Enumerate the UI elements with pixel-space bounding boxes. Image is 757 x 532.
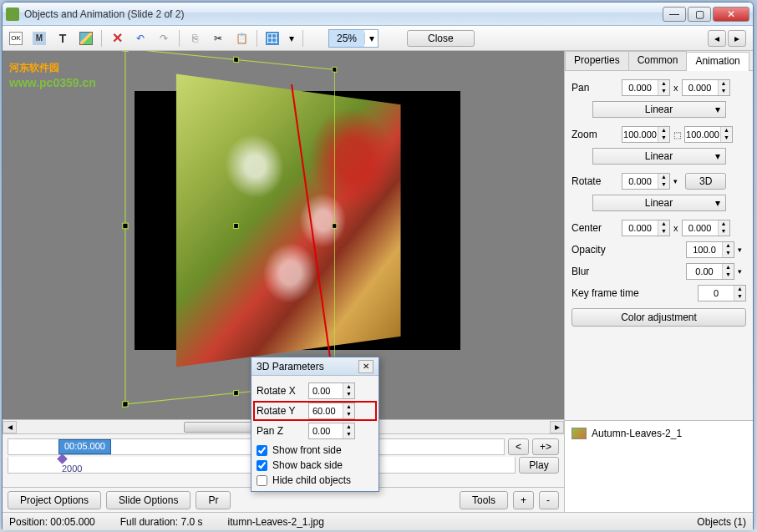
color-adjustment-button[interactable]: Color adjustment (572, 308, 746, 327)
zoom-x-input[interactable]: ▲▼ (622, 126, 670, 143)
object-list[interactable]: Autumn-Leaves-2_1 (565, 420, 753, 512)
cut-button[interactable]: ✂ (208, 28, 228, 48)
tool-ok-button[interactable]: OK (6, 28, 26, 48)
show-front-checkbox[interactable] (257, 445, 267, 456)
delete-button[interactable]: ✕ (107, 28, 127, 48)
zoom-easing-dropdown[interactable]: Linear (592, 148, 726, 165)
project-options-button[interactable]: Project Options (8, 491, 101, 509)
titlebar[interactable]: Objects and Animation (Slide 2 of 2) — ▢… (3, 3, 753, 26)
separator (302, 30, 303, 47)
play-button[interactable]: Play (519, 457, 559, 474)
panel-tabs: Properties Common Animation (565, 51, 753, 71)
tool-text-button[interactable]: T (53, 28, 73, 48)
status-duration: Full duration: 7.0 s (120, 516, 203, 528)
maximize-button[interactable]: ▢ (688, 7, 711, 22)
pan-x-input[interactable]: ▲▼ (622, 79, 670, 96)
center-y-input[interactable]: ▲▼ (682, 220, 730, 236)
pan-z-label: Pan Z (257, 425, 305, 437)
rotate-y-input[interactable]: ▲▼ (308, 403, 355, 419)
duration-label: 2000 (62, 464, 82, 474)
prev-slide-button[interactable]: ◂ (708, 30, 726, 47)
window-close-button[interactable]: ✕ (713, 7, 749, 22)
separator (257, 30, 257, 47)
zoom-dropdown[interactable]: ▾ (364, 33, 378, 44)
tab-animation[interactable]: Animation (686, 52, 749, 71)
tools-button[interactable]: Tools (460, 491, 508, 509)
next-slide-button[interactable]: ▸ (728, 30, 746, 47)
timeline-cursor[interactable] (57, 453, 68, 464)
opacity-label: Opacity (572, 244, 618, 256)
next-keyframe-button[interactable]: +> (532, 438, 559, 455)
zoom-y-input[interactable]: ▲▼ (684, 126, 733, 143)
3d-parameters-dialog[interactable]: 3D Parameters ✕ Rotate X ▲▼ Rotate Y ▲▼ … (251, 357, 379, 492)
zoom-label: Zoom (572, 129, 618, 140)
rotate-input[interactable]: ▲▼ (622, 173, 670, 190)
properties-panel: Properties Common Animation Pan ▲▼ x ▲▼ … (565, 51, 753, 512)
object-name: Autumn-Leaves-2_1 (592, 428, 682, 439)
zoom-control[interactable]: ▾ (328, 29, 378, 48)
pan-easing-dropdown[interactable]: Linear (592, 101, 726, 118)
show-back-checkbox[interactable] (257, 460, 267, 471)
show-front-label: Show front side (272, 444, 342, 456)
statusbar: Position: 00:05.000 Full duration: 7.0 s… (3, 512, 753, 530)
object-thumbnail-icon (572, 428, 587, 439)
keyframe-time-label: Key frame time (572, 287, 648, 299)
rotate-easing-dropdown[interactable]: Linear (592, 195, 726, 211)
dialog-close-button[interactable]: ✕ (358, 360, 373, 373)
pan-z-input[interactable]: ▲▼ (308, 423, 355, 439)
scroll-left-button[interactable]: ◂ (3, 421, 17, 433)
paste-button[interactable]: 📋 (231, 28, 251, 48)
status-objects: Objects (1) (697, 516, 746, 528)
status-file: itumn-Leaves-2_1.jpg (227, 516, 323, 528)
tab-properties[interactable]: Properties (565, 51, 629, 70)
scroll-right-button[interactable]: ▸ (550, 421, 564, 433)
minimize-button[interactable]: — (663, 7, 686, 22)
pan-label: Pan (572, 82, 618, 94)
toolbar: OK M T ✕ ↶ ↷ ⎘ ✂ 📋 ▾ ▾ Close ◂ ▸ (3, 26, 753, 51)
selection-box[interactable] (124, 51, 334, 404)
rotate-label: Rotate (572, 175, 618, 187)
preview-button[interactable]: Pr (196, 491, 231, 509)
pan-y-input[interactable]: ▲▼ (682, 79, 730, 96)
rotate-x-input[interactable]: ▲▼ (308, 383, 355, 399)
app-icon (6, 8, 19, 21)
center-label: Center (572, 222, 618, 234)
undo-button[interactable]: ↶ (130, 28, 150, 48)
hide-child-checkbox[interactable] (257, 475, 267, 486)
keyframe-time-input[interactable]: ▲▼ (698, 285, 746, 301)
tool-mask-button[interactable]: M (29, 28, 49, 48)
keyframe-marker[interactable]: 00:05.000 (58, 439, 111, 454)
separator (101, 30, 102, 47)
dialog-titlebar[interactable]: 3D Parameters ✕ (251, 357, 378, 376)
blur-label: Blur (572, 266, 618, 277)
rotate-y-row-highlighted: Rotate Y ▲▼ (253, 401, 377, 421)
link-icon[interactable]: ⬚ (673, 130, 681, 139)
spin-up-icon[interactable]: ▲ (658, 80, 669, 88)
rotate-x-label: Rotate X (257, 385, 305, 397)
center-x-input[interactable]: ▲▼ (622, 220, 670, 236)
hide-child-label: Hide child objects (272, 474, 351, 486)
rotate-y-label: Rotate Y (257, 405, 305, 417)
slide-options-button[interactable]: Slide Options (106, 491, 191, 509)
spin-down-icon[interactable]: ▼ (658, 88, 669, 95)
opacity-input[interactable]: ▲▼ (686, 241, 734, 258)
zoom-input[interactable] (329, 30, 364, 47)
tool-image-button[interactable] (76, 28, 96, 48)
grid-button[interactable] (262, 28, 282, 48)
prev-keyframe-button[interactable]: < (508, 438, 529, 455)
blur-input[interactable]: ▲▼ (686, 263, 734, 280)
close-button[interactable]: Close (407, 30, 475, 47)
tab-common[interactable]: Common (628, 51, 688, 70)
3d-button[interactable]: 3D (685, 173, 726, 190)
remove-button[interactable]: - (539, 491, 559, 509)
watermark: 河东软件园 www.pc0359.cn (9, 54, 96, 89)
list-item[interactable]: Autumn-Leaves-2_1 (570, 426, 748, 441)
add-button[interactable]: + (513, 491, 534, 509)
status-position: Position: 00:05.000 (9, 516, 95, 528)
copy-button[interactable]: ⎘ (185, 28, 205, 48)
show-back-label: Show back side (272, 459, 343, 471)
window-title: Objects and Animation (Slide 2 of 2) (24, 8, 663, 20)
redo-button[interactable]: ↷ (154, 28, 174, 48)
grid-dropdown-button[interactable]: ▾ (286, 28, 297, 48)
separator (179, 30, 180, 47)
